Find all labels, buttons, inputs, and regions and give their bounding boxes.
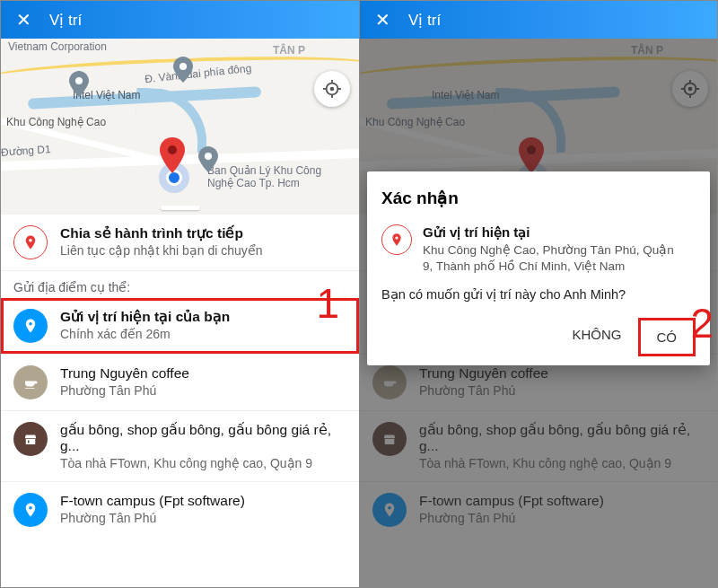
map-label: Vietnam Corporation: [8, 40, 107, 53]
svg-point-1: [75, 77, 83, 84]
item-subtitle: Phường Tân Phú: [60, 383, 189, 398]
header: ✕ Vị trí: [1, 1, 359, 39]
svg-point-10: [29, 239, 32, 242]
main-marker-icon: [160, 137, 185, 173]
map-label: Ban Quản Lý Khu Công Nghệ Cao Tp. Hcm: [207, 164, 342, 190]
dialog-yes-button[interactable]: CÓ: [638, 318, 696, 356]
svg-point-23: [395, 236, 398, 239]
header-title: Vị trí: [49, 11, 82, 30]
share-live-title: Chia sẻ hành trình trực tiếp: [60, 225, 263, 241]
list-item[interactable]: gấu bông, shop gấu bông, gấu bông giá rẻ…: [1, 411, 359, 482]
dialog-item-subtitle: Khu Công Nghệ Cao, Phường Tân Phú, Quận …: [423, 242, 683, 275]
svg-point-12: [29, 506, 32, 510]
item-title: Trung Nguyên coffee: [60, 365, 189, 382]
svg-point-2: [205, 153, 212, 160]
dialog-title: Xác nhận: [381, 188, 696, 208]
section-label: Gửi địa điểm cụ thể:: [1, 271, 359, 298]
list-item[interactable]: F-town campus (Fpt software) Phường Tân …: [1, 482, 359, 538]
map-pin-icon: [198, 146, 218, 173]
annotation-step1: 1: [316, 279, 339, 328]
share-live-subtitle: Liên tục cập nhật khi bạn di chuyển: [60, 243, 263, 258]
crosshair-icon: [322, 79, 342, 99]
location-pin-icon: [13, 225, 48, 259]
item-title: Gửi vị trí hiện tại của bạn: [60, 309, 230, 325]
map[interactable]: Vietnam Corporation TÂN P Đ. Vành đai ph…: [1, 39, 359, 215]
phone-right: ✕ Vị trí TÂN P Intel Việt Nam Khu Công N…: [359, 1, 717, 587]
svg-point-3: [168, 145, 177, 154]
item-subtitle: Chính xác đến 26m: [60, 327, 230, 341]
location-pin-icon: [13, 493, 48, 527]
location-pin-icon: [381, 224, 412, 255]
item-title: F-town campus (Fpt software): [60, 493, 245, 509]
item-subtitle: Tòa nhà FTown, Khu công nghệ cao, Quận 9: [60, 456, 329, 470]
svg-point-5: [330, 87, 335, 92]
header: ✕ Vị trí: [360, 1, 717, 39]
phone-left: ✕ Vị trí Vietnam Corporation TÂN P Đ. Và…: [1, 1, 359, 587]
list-item-current-location[interactable]: Gửi vị trí hiện tại của bạn Chính xác đế…: [1, 298, 359, 355]
confirm-dialog: Xác nhận Gửi vị trí hiện tại Khu Công Ng…: [367, 171, 710, 365]
share-live-row[interactable]: Chia sẻ hành trình trực tiếp Liên tục cậ…: [1, 215, 359, 271]
screenshot-container: ✕ Vị trí Vietnam Corporation TÂN P Đ. Và…: [0, 0, 718, 588]
header-title: Vị trí: [408, 11, 441, 30]
svg-point-0: [180, 63, 187, 70]
map-pin-icon: [173, 57, 193, 83]
sheet-handle[interactable]: [161, 206, 200, 210]
dialog-item-title: Gửi vị trí hiện tại: [423, 224, 683, 241]
close-icon[interactable]: ✕: [13, 10, 33, 30]
item-subtitle: Phường Tân Phú: [60, 511, 245, 525]
list-item[interactable]: Trung Nguyên coffee Phường Tân Phú: [1, 355, 359, 411]
locate-button[interactable]: [314, 71, 350, 107]
svg-point-11: [29, 322, 32, 326]
map-pin-icon: [69, 71, 89, 98]
map-label: Khu Công Nghệ Cao: [6, 116, 106, 128]
annotation-step2: 2: [690, 299, 714, 347]
coffee-icon: [13, 365, 48, 399]
item-title: gấu bông, shop gấu bông, gấu bông giá rẻ…: [60, 422, 346, 454]
bottom-sheet: Chia sẻ hành trình trực tiếp Liên tục cậ…: [1, 215, 359, 538]
map-label: Đường D1: [1, 143, 51, 159]
dialog-question: Bạn có muốn gửi vị trí này cho Anh Minh?: [381, 287, 696, 302]
shop-icon: [13, 422, 48, 456]
dialog-no-button[interactable]: KHÔNG: [556, 318, 637, 356]
close-icon[interactable]: ✕: [372, 10, 392, 30]
map-label: TÂN P: [273, 44, 305, 57]
location-pin-icon: [13, 309, 48, 343]
